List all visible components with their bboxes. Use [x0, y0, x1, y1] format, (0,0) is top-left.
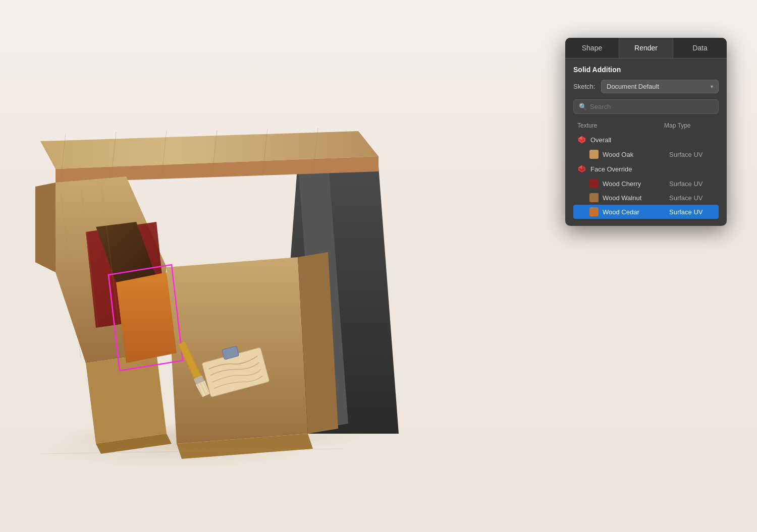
tab-data[interactable]: Data	[673, 38, 727, 58]
wood-cherry-maptype: Surface UV	[669, 180, 715, 188]
wood-walnut-maptype: Surface UV	[669, 194, 715, 202]
wood-cedar-swatch	[589, 207, 599, 216]
properties-panel: Shape Render Data Solid Addition Sketch:…	[565, 38, 727, 226]
texture-row-wood-cherry[interactable]: Wood Cherry Surface UV	[573, 176, 719, 191]
wood-cedar-name: Wood Cedar	[603, 208, 665, 216]
sketch-field-row: Sketch: Document Default ▾	[573, 80, 719, 93]
wood-cherry-name: Wood Cherry	[603, 180, 665, 188]
furniture-3d	[15, 50, 449, 479]
wood-cedar-maptype: Surface UV	[669, 208, 715, 216]
svg-marker-18	[86, 353, 167, 444]
overall-label: Overall	[590, 136, 611, 144]
texture-row-wood-walnut[interactable]: Wood Walnut Surface UV	[573, 191, 719, 205]
search-input[interactable]	[590, 103, 713, 110]
face-override-label: Face Override	[590, 165, 632, 173]
search-icon: 🔍	[579, 103, 587, 110]
search-box: 🔍	[573, 99, 719, 114]
category-face-override: Face Override	[573, 161, 719, 176]
category-overall: Overall	[573, 132, 719, 147]
sketch-value: Document Default	[607, 83, 659, 90]
tab-bar: Shape Render Data	[565, 38, 727, 58]
table-header: Texture Map Type	[573, 120, 719, 131]
wood-cherry-swatch	[589, 179, 599, 188]
wood-oak-maptype: Surface UV	[669, 151, 715, 158]
svg-marker-20	[116, 272, 177, 363]
face-override-icon	[577, 164, 586, 173]
chevron-down-icon: ▾	[711, 84, 713, 89]
wood-walnut-swatch	[589, 193, 599, 202]
tab-shape[interactable]: Shape	[565, 38, 619, 58]
wood-oak-name: Wood Oak	[603, 151, 665, 158]
wood-oak-swatch	[589, 150, 599, 159]
col-maptype-header: Map Type	[664, 122, 715, 129]
sketch-label: Sketch:	[573, 83, 601, 90]
col-texture-header: Texture	[577, 122, 664, 129]
wood-walnut-name: Wood Walnut	[603, 194, 665, 202]
texture-row-wood-oak[interactable]: Wood Oak Surface UV	[573, 147, 719, 161]
overall-icon	[577, 135, 586, 144]
sketch-select[interactable]: Document Default ▾	[601, 80, 719, 93]
tab-render[interactable]: Render	[619, 38, 673, 58]
svg-marker-12	[35, 183, 56, 272]
section-title: Solid Addition	[573, 66, 719, 74]
texture-row-wood-cedar[interactable]: Wood Cedar Surface UV	[573, 205, 719, 219]
